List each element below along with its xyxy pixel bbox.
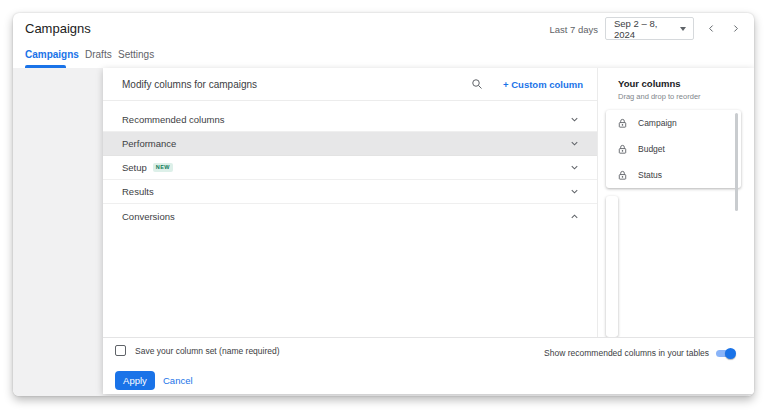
search-button[interactable]: [471, 78, 483, 90]
lock-icon: [617, 118, 628, 129]
locked-column-budget: Budget: [606, 136, 741, 162]
chevron-up-icon: [569, 211, 580, 222]
column-item-campaign-type[interactable]: Campaign type: [606, 196, 618, 217]
screenshot-frame: Campaigns Last 7 days Sep 2 – 8, 2024 Ca…: [0, 0, 768, 411]
tab-bar: Campaigns Drafts Settings: [13, 46, 754, 69]
modify-columns-dialog: Modify columns for campaigns + Custom co…: [103, 68, 754, 393]
locked-columns-card: Campaign Budget Status: [606, 110, 741, 188]
chevron-left-icon: [707, 24, 716, 33]
dialog-header: Modify columns for campaigns + Custom co…: [103, 68, 597, 101]
lock-icon: [617, 170, 628, 181]
your-columns-subtitle: Drag and drop to reorder: [618, 92, 701, 101]
toggle-knob: [725, 348, 736, 359]
your-columns-panel: Your columns Drag and drop to reorder Ca…: [597, 68, 754, 337]
chevron-down-icon: [569, 162, 580, 173]
section-label: Conversions: [122, 211, 175, 222]
search-icon: [471, 78, 483, 90]
dropdown-caret-icon: [680, 27, 686, 31]
next-period-button[interactable]: [728, 21, 742, 35]
new-badge: NEW: [153, 163, 173, 172]
page-title: Campaigns: [25, 21, 91, 36]
section-label: Recommended columns: [122, 114, 224, 125]
date-range-selector[interactable]: Sep 2 – 8, 2024: [605, 17, 694, 40]
column-item-avg-cost[interactable]: Avg. cost: [606, 316, 618, 337]
tab-drafts[interactable]: Drafts: [85, 49, 112, 60]
section-recommended-columns[interactable]: Recommended columns: [103, 108, 597, 132]
section-label: Performance: [122, 138, 176, 149]
chevron-down-icon: [569, 114, 580, 125]
chevron-right-icon: [731, 24, 740, 33]
section-conversions[interactable]: Conversions: [103, 204, 597, 228]
apply-button[interactable]: Apply: [115, 371, 155, 390]
draggable-columns-card: Campaign type Clicks CTR: [606, 196, 618, 337]
content-area: Modify columns for campaigns + Custom co…: [13, 68, 754, 396]
previous-period-button[interactable]: [704, 21, 718, 35]
date-range-preset-label: Last 7 days: [549, 24, 598, 35]
tab-settings[interactable]: Settings: [118, 49, 154, 60]
column-item-impr[interactable]: Impr.: [606, 292, 618, 313]
your-columns-title: Your columns: [618, 78, 701, 89]
show-recommended-row: Show recommended columns in your tables: [544, 347, 736, 359]
campaigns-window: Campaigns Last 7 days Sep 2 – 8, 2024 Ca…: [13, 13, 754, 396]
section-results[interactable]: Results: [103, 180, 597, 204]
date-range-value: Sep 2 – 8, 2024: [614, 18, 680, 40]
section-label: Results: [122, 186, 154, 197]
show-recommended-toggle[interactable]: [715, 347, 736, 359]
locked-column-campaign: Campaign: [606, 110, 741, 136]
tab-campaigns[interactable]: Campaigns: [25, 49, 79, 60]
lock-icon: [617, 144, 628, 155]
custom-column-button[interactable]: + Custom column: [503, 79, 583, 90]
chevron-down-icon: [569, 138, 580, 149]
dialog-footer: Save your column set (name required) Sho…: [103, 337, 754, 394]
column-item-clicks[interactable]: Clicks: [606, 220, 618, 241]
locked-column-status: Status: [606, 162, 741, 188]
section-label: Setup: [122, 162, 147, 173]
section-performance[interactable]: Performance: [103, 132, 597, 156]
column-item-ctr[interactable]: CTR: [606, 244, 618, 265]
dialog-title: Modify columns for campaigns: [122, 79, 257, 90]
checkbox-icon: [115, 345, 126, 356]
conversions-checkbox-grid: Conversions Cost / conv. Conv. rate Conv…: [103, 228, 597, 337]
chevron-down-icon: [569, 186, 580, 197]
rail-scrollbar[interactable]: [735, 113, 738, 211]
your-columns-header: Your columns Drag and drop to reorder: [618, 78, 701, 101]
section-setup[interactable]: Setup NEW: [103, 156, 597, 180]
column-item-avg-cpc[interactable]: Avg. CPC: [606, 268, 618, 289]
cancel-button[interactable]: Cancel: [163, 371, 193, 390]
save-column-set-checkbox[interactable]: Save your column set (name required): [115, 345, 280, 356]
